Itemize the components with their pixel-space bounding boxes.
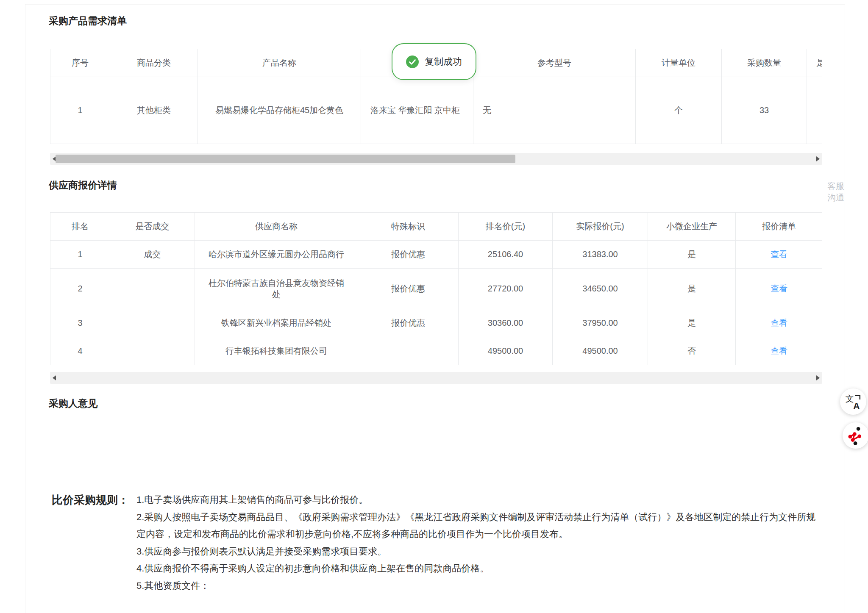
- quote-table-hscrollbar[interactable]: [50, 372, 822, 384]
- demand-cell-product-name: 易燃易爆化学品存储柜45加仑黄色: [198, 77, 361, 144]
- scroll-left-arrow-icon[interactable]: [53, 375, 56, 380]
- quote-cell-small-enterprise: 否: [648, 337, 736, 365]
- rule-item: 3.供应商参与报价则表示默认满足并接受采购需求项目要求。: [136, 543, 819, 560]
- customer-service-tab[interactable]: 客服沟通: [827, 180, 846, 203]
- rule-item: 5.其他资质文件：: [136, 577, 819, 595]
- quote-cell-actual-price: 49500.00: [553, 337, 648, 365]
- content-left-border: [25, 4, 25, 613]
- demand-col-index: 序号: [50, 49, 110, 77]
- demand-table-hscrollbar[interactable]: [50, 153, 822, 165]
- demand-cell-index: 1: [50, 77, 110, 144]
- content-top-border: [25, 4, 845, 5]
- quote-cell-tag: 报价优惠: [358, 269, 459, 309]
- rules-label: 比价采购规则：: [52, 491, 136, 508]
- scroll-right-arrow-icon[interactable]: [816, 156, 820, 161]
- quote-cell-deal: [110, 269, 195, 309]
- quote-cell-deal: [110, 337, 195, 365]
- quote-cell-supplier: 哈尔滨市道外区缘元圆办公用品商行: [195, 241, 358, 269]
- quote-cell-deal: [110, 309, 195, 337]
- quote-cell-supplier: 铁锋区新兴业档案用品经销处: [195, 309, 358, 337]
- demand-cell-brands: 洛来宝 华豫汇阳 京中柜: [361, 77, 473, 144]
- table-row: 4 行丰银拓科技集团有限公司 49500.00 49500.00 否 查看: [50, 337, 823, 365]
- demand-col-quantity: 采购数量: [722, 49, 807, 77]
- demand-col-reference-model: 参考型号: [473, 49, 636, 77]
- quote-table-header-row: 排名 是否成交 供应商名称 特殊标识 排名价(元) 实际报价(元) 小微企业生产…: [50, 213, 823, 241]
- view-quote-link[interactable]: 查看: [771, 318, 787, 327]
- quote-cell-small-enterprise: 是: [648, 309, 736, 337]
- quote-cell-actual-price: 34650.00: [553, 269, 648, 309]
- demand-cell-category: 其他柜类: [110, 77, 198, 144]
- demand-cell-clipped: [807, 77, 823, 144]
- quote-col-tag: 特殊标识: [358, 213, 459, 241]
- demand-cell-quantity: 33: [722, 77, 807, 144]
- procurement-detail-page: 采购产品需求清单 序号 商品分类 产品名称 参考型号 计量单位 采购数量 是 1…: [0, 0, 868, 613]
- quote-col-quote-list: 报价清单: [736, 213, 823, 241]
- quote-cell-rank-price: 25106.40: [459, 241, 553, 269]
- quote-cell-tag: 报价优惠: [358, 309, 459, 337]
- rule-item: 4.供应商报价不得高于采购人设定的初步意向价格和供应商上架在售的同款商品价格。: [136, 560, 819, 577]
- quote-cell-supplier: 行丰银拓科技集团有限公司: [195, 337, 358, 365]
- quote-cell-rank: 3: [50, 309, 110, 337]
- quote-cell-rank: 1: [50, 241, 110, 269]
- demand-col-unit: 计量单位: [636, 49, 722, 77]
- quote-cell-rank-price: 30360.00: [459, 309, 553, 337]
- check-circle-icon: [406, 55, 419, 68]
- svg-text:A: A: [853, 401, 860, 411]
- rules-items: 1.电子卖场供应商用其上架销售的商品可参与比价报价。 2.采购人按照电子卖场交易…: [136, 491, 819, 594]
- network-share-icon: [847, 426, 865, 445]
- rule-item: 2.采购人按照电子卖场交易商品品目、《政府采购需求管理办法》《黑龙江省政府采购文…: [136, 509, 819, 543]
- network-share-button[interactable]: [843, 422, 868, 449]
- quote-cell-supplier: 杜尔伯特蒙古族自治县意友物资经销处: [195, 269, 358, 309]
- quote-cell-small-enterprise: 是: [648, 269, 736, 309]
- price-comparison-rules: 比价采购规则： 1.电子卖场供应商用其上架销售的商品可参与比价报价。 2.采购人…: [52, 491, 819, 594]
- quote-col-actual-price: 实际报价(元): [553, 213, 648, 241]
- quote-cell-rank: 2: [50, 269, 110, 309]
- quote-cell-tag: 报价优惠: [358, 241, 459, 269]
- quote-col-rank-price: 排名价(元): [459, 213, 553, 241]
- copy-success-toast: 复制成功: [392, 43, 476, 80]
- demand-col-product-name: 产品名称: [198, 49, 361, 77]
- view-quote-link[interactable]: 查看: [771, 346, 787, 355]
- quote-col-supplier: 供应商名称: [195, 213, 358, 241]
- quote-cell-actual-price: 37950.00: [553, 309, 648, 337]
- quote-cell-deal: 成交: [110, 241, 195, 269]
- quote-cell-rank-price: 49500.00: [459, 337, 553, 365]
- toast-message: 复制成功: [425, 55, 462, 68]
- quote-col-deal: 是否成交: [110, 213, 195, 241]
- quote-table: 排名 是否成交 供应商名称 特殊标识 排名价(元) 实际报价(元) 小微企业生产…: [50, 212, 822, 365]
- view-quote-link[interactable]: 查看: [771, 284, 787, 293]
- table-row: 1 成交 哈尔滨市道外区缘元圆办公用品商行 报价优惠 25106.40 3138…: [50, 241, 823, 269]
- table-row: 2 杜尔伯特蒙古族自治县意友物资经销处 报价优惠 27720.00 34650.…: [50, 269, 823, 309]
- table-row: 1 其他柜类 易燃易爆化学品存储柜45加仑黄色 洛来宝 华豫汇阳 京中柜 无 个…: [50, 77, 823, 144]
- quote-cell-small-enterprise: 是: [648, 241, 736, 269]
- content-right-border: [845, 4, 845, 613]
- quote-cell-rank: 4: [50, 337, 110, 365]
- quote-cell-tag: [358, 337, 459, 365]
- table-row: 3 铁锋区新兴业档案用品经销处 报价优惠 30360.00 37950.00 是…: [50, 309, 823, 337]
- svg-text:文: 文: [846, 394, 854, 403]
- quote-cell-rank-price: 27720.00: [459, 269, 553, 309]
- scroll-right-arrow-icon[interactable]: [816, 375, 820, 380]
- quote-col-small-enterprise: 小微企业生产: [648, 213, 736, 241]
- purchaser-opinion-title: 采购人意见: [49, 397, 97, 410]
- quote-cell-actual-price: 31383.00: [553, 241, 648, 269]
- quote-col-rank: 排名: [50, 213, 110, 241]
- rule-item: 1.电子卖场供应商用其上架销售的商品可参与比价报价。: [136, 491, 819, 509]
- demand-list-title: 采购产品需求清单: [49, 14, 127, 27]
- demand-col-clipped: 是: [807, 49, 823, 77]
- demand-cell-reference-model: 无: [473, 77, 636, 144]
- quote-table-container: 排名 是否成交 供应商名称 特殊标识 排名价(元) 实际报价(元) 小微企业生产…: [50, 212, 822, 365]
- quote-detail-title: 供应商报价详情: [49, 179, 117, 191]
- translate-button[interactable]: 文 A: [840, 388, 866, 415]
- hscrollbar-thumb[interactable]: [56, 155, 515, 163]
- demand-cell-unit: 个: [636, 77, 722, 144]
- view-quote-link[interactable]: 查看: [771, 250, 787, 259]
- demand-col-category: 商品分类: [110, 49, 198, 77]
- translate-icon: 文 A: [845, 393, 862, 410]
